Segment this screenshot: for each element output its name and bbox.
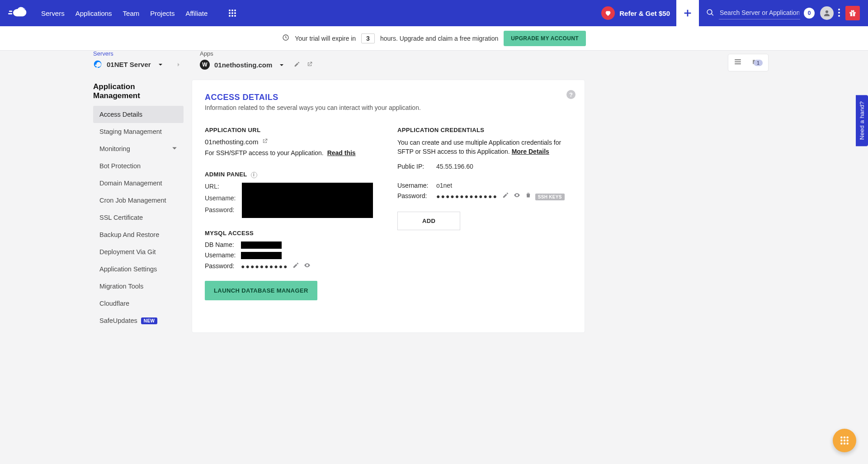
need-a-hand-button[interactable]: Need a hand? (856, 95, 868, 146)
svg-rect-1 (8, 13, 12, 14)
svg-rect-0 (9, 11, 12, 12)
svg-point-9 (231, 15, 233, 17)
sidebar-item-staging[interactable]: Staging Management (93, 123, 184, 140)
app-name: 01nethosting.com (214, 61, 272, 69)
sidebar-item-label: Domain Management (99, 180, 162, 187)
app-selector[interactable]: W 01nethosting.com (200, 60, 313, 70)
kebab-menu-icon[interactable] (838, 9, 840, 18)
sidebar-item-label: Cron Job Management (99, 197, 166, 204)
info-icon[interactable]: i (251, 172, 257, 178)
sidebar-item-label: Application Settings (99, 265, 157, 273)
svg-point-7 (234, 12, 236, 14)
panel-title: ACCESS DETAILS (205, 93, 572, 102)
search-input[interactable] (719, 7, 800, 19)
gift-icon[interactable] (845, 6, 860, 20)
ssh-keys-badge[interactable]: SSH KEYS (535, 194, 565, 200)
trial-hours: 3 (361, 33, 375, 43)
cred-pass-label: Password: (397, 192, 436, 199)
sidebar-item-cloudflare[interactable]: Cloudflare (93, 295, 184, 312)
apps-grid-icon[interactable] (228, 9, 236, 17)
sidebar-item-label: Backup And Restore (99, 231, 159, 238)
cred-user-value: o1net (436, 182, 572, 189)
refer-link[interactable]: Refer & Get $50 (601, 6, 670, 20)
svg-rect-22 (735, 62, 741, 62)
wordpress-icon: W (200, 60, 210, 70)
eye-icon[interactable] (514, 192, 520, 200)
svg-point-14 (838, 9, 840, 10)
help-icon[interactable]: ? (566, 90, 576, 99)
nav-applications[interactable]: Applications (75, 9, 112, 17)
section-admin-panel: ADMIN PANEL i (205, 171, 379, 178)
topbar: Servers Applications Team Projects Affil… (0, 0, 868, 26)
svg-rect-19 (852, 12, 853, 16)
trial-bar: Your trial will expire in 3 hours. Upgra… (0, 26, 868, 51)
nav-projects[interactable]: Projects (150, 9, 175, 17)
sidebar-item-backup[interactable]: Backup And Restore (93, 226, 184, 243)
search-icon[interactable] (706, 9, 714, 18)
sidebar-item-cron[interactable]: Cron Job Management (93, 192, 184, 209)
avatar[interactable] (820, 6, 834, 20)
eye-icon[interactable] (304, 262, 311, 270)
logo[interactable] (8, 6, 33, 20)
sidebar-item-label: Bot Protection (99, 162, 141, 170)
sidebar-title: Application Management (93, 82, 184, 100)
sidebar-item-safeupdates[interactable]: SafeUpdatesNEW (93, 312, 184, 329)
sidebar-item-monitoring[interactable]: Monitoring (93, 140, 184, 157)
admin-user-label: Username: (205, 194, 236, 202)
new-badge: NEW (141, 317, 158, 324)
ssh-note: For SSH/SFTP access to your Application.… (205, 149, 379, 156)
sidebar-item-migration[interactable]: Migration Tools (93, 278, 184, 295)
nav-affiliate[interactable]: Affiliate (185, 9, 208, 17)
sidebar-item-access-details[interactable]: Access Details (93, 106, 184, 123)
trial-prefix: Your trial will expire in (295, 35, 356, 42)
more-details-link[interactable]: More Details (512, 148, 549, 155)
admin-pass-label: Password: (205, 206, 236, 213)
access-details-panel: ? ACCESS DETAILS Information related to … (192, 80, 585, 333)
add-button[interactable] (676, 0, 699, 26)
chevron-right-icon (176, 61, 181, 68)
admin-url-label: URL: (205, 183, 236, 190)
svg-point-13 (826, 10, 828, 13)
svg-point-16 (838, 15, 840, 17)
sidebar-item-app-settings[interactable]: Application Settings (93, 260, 184, 278)
svg-point-8 (229, 15, 231, 17)
sidebar-item-git[interactable]: Deployment Via Git (93, 243, 184, 260)
sidebar-item-label: Cloudflare (99, 300, 129, 307)
cred-user-label: Username: (397, 182, 436, 189)
launch-db-manager-button[interactable]: LAUNCH DATABASE MANAGER (205, 281, 317, 300)
svg-point-10 (234, 15, 236, 17)
read-this-link[interactable]: Read this (327, 149, 356, 156)
add-credentials-button[interactable]: ADD (397, 212, 460, 230)
caret-down-icon (158, 61, 163, 68)
nav-team[interactable]: Team (123, 9, 140, 17)
notification-count[interactable]: 0 (804, 8, 815, 19)
cred-pass-mask: ●●●●●●●●●●●●● (436, 193, 498, 200)
external-link-icon[interactable] (307, 61, 313, 69)
sidebar: Application Management Access Details St… (93, 80, 184, 329)
nav-servers[interactable]: Servers (41, 9, 65, 17)
redacted-admin-block (242, 183, 373, 218)
sidebar-item-bot-protection[interactable]: Bot Protection (93, 157, 184, 175)
external-link-icon[interactable] (262, 138, 268, 146)
digitalocean-icon (93, 60, 102, 69)
redacted-dbname (241, 241, 282, 249)
list-view-icon[interactable] (734, 58, 742, 67)
view-toggle: 1 (728, 54, 769, 71)
search-container (706, 7, 800, 19)
edit-icon[interactable] (502, 192, 509, 200)
sidebar-item-domain[interactable]: Domain Management (93, 175, 184, 192)
redacted-dbuser (241, 252, 282, 259)
sidebar-item-label: Deployment Via Git (99, 248, 156, 256)
edit-icon[interactable] (294, 61, 300, 69)
sidebar-item-label: Migration Tools (99, 283, 143, 290)
svg-rect-23 (735, 63, 741, 64)
server-selector[interactable]: 01NET Server (93, 60, 186, 69)
sidebar-item-ssl[interactable]: SSL Certificate (93, 209, 184, 226)
servers-breadcrumb-label[interactable]: Servers (93, 50, 186, 57)
chevron-down-icon (172, 145, 177, 152)
upgrade-account-button[interactable]: UPGRADE MY ACCOUNT (504, 31, 585, 46)
edit-icon[interactable] (292, 262, 299, 270)
trash-icon[interactable] (525, 192, 532, 200)
app-url-value[interactable]: 01nethosting.com (205, 138, 258, 146)
public-ip-label: Public IP: (397, 163, 436, 170)
